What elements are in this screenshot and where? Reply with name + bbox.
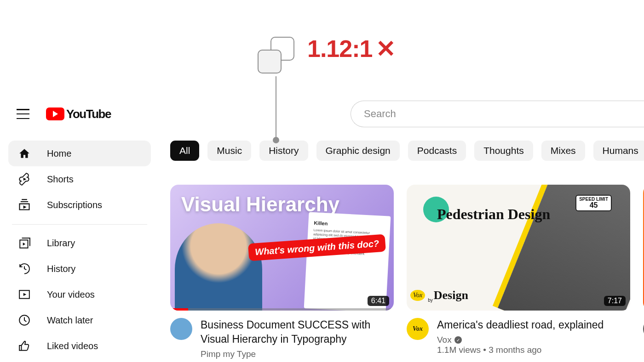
video-thumbnail[interactable]: Visual Hierarchy Killen Lorem ipsum dolo… <box>170 185 394 311</box>
sidebar: Home Shorts Subscriptions Library Histor… <box>8 141 151 359</box>
channel-avatar[interactable] <box>170 318 192 340</box>
chip-graphic-design[interactable]: Graphic design <box>316 141 400 161</box>
channel-name[interactable]: Vox ✓ <box>437 335 604 345</box>
chip-podcasts[interactable]: Podcasts <box>408 141 466 161</box>
watch-later-icon <box>17 314 31 326</box>
youtube-logo[interactable]: YouTube <box>46 107 111 121</box>
sidebar-item-subscriptions[interactable]: Subscriptions <box>8 192 151 218</box>
thumbnail-text: Pedestrian Design <box>437 207 550 222</box>
sidebar-divider <box>12 224 147 225</box>
sidebar-item-liked-videos[interactable]: Liked videos <box>8 333 151 359</box>
annotation-pointer-line <box>276 76 276 139</box>
video-grid: Visual Hierarchy Killen Lorem ipsum dolo… <box>170 185 644 359</box>
video-card[interactable]: Pedestrian Design SPEED LIMIT 45 Vox by … <box>407 185 630 359</box>
chip-mixes[interactable]: Mixes <box>541 141 585 161</box>
video-title[interactable]: America's deadliest road, explained <box>437 318 604 332</box>
annotation-pointer-dot <box>273 137 279 143</box>
sidebar-item-label: Subscriptions <box>47 200 102 210</box>
video-duration: 6:41 <box>368 296 389 306</box>
video-stats: 1.1M views • 3 months ago <box>437 345 604 355</box>
sidebar-item-shorts[interactable]: Shorts <box>8 166 151 192</box>
sidebar-item-watch-later[interactable]: Watch later <box>8 307 151 333</box>
video-meta: Vox America's deadliest road, explained … <box>407 318 630 355</box>
header: YouTube Search <box>0 101 644 127</box>
youtube-play-icon <box>46 107 64 120</box>
contrast-ratio-text: 1.12:1✕ <box>307 37 396 61</box>
history-icon <box>17 263 31 275</box>
menu-icon[interactable] <box>17 109 29 119</box>
library-icon <box>17 237 31 249</box>
shorts-icon <box>17 172 31 186</box>
sidebar-item-label: Library <box>47 238 75 249</box>
main-content: All Music History Graphic design Podcast… <box>170 141 644 359</box>
sidebar-item-label: History <box>47 264 75 274</box>
chip-history[interactable]: History <box>259 141 308 161</box>
your-videos-icon <box>17 288 31 300</box>
contrast-annotation: 1.12:1✕ <box>258 37 396 76</box>
video-duration: 7:17 <box>604 296 626 306</box>
sidebar-item-label: Liked videos <box>47 341 98 351</box>
sidebar-item-label: Home <box>47 148 71 159</box>
subscriptions-icon <box>17 198 31 211</box>
sidebar-item-label: Your videos <box>47 289 95 300</box>
progress-track <box>170 308 394 311</box>
chip-music[interactable]: Music <box>207 141 251 161</box>
sidebar-item-label: Shorts <box>47 174 74 185</box>
sidebar-item-your-videos[interactable]: Your videos <box>8 282 151 307</box>
sidebar-item-label: Watch later <box>47 315 93 326</box>
thumbnail-person <box>175 223 262 311</box>
chip-humans[interactable]: Humans <box>593 141 644 161</box>
channel-avatar[interactable]: Vox <box>407 318 429 340</box>
search-placeholder: Search <box>364 108 396 120</box>
search-input[interactable]: Search <box>351 101 644 127</box>
thumbs-up-icon <box>17 340 31 352</box>
fail-icon: ✕ <box>376 35 396 62</box>
channel-name[interactable]: Pimp my Type <box>201 349 394 359</box>
video-thumbnail[interactable]: Pedestrian Design SPEED LIMIT 45 Vox by … <box>407 185 630 311</box>
sidebar-item-history[interactable]: History <box>8 256 151 282</box>
filter-chips: All Music History Graphic design Podcast… <box>170 141 644 161</box>
sidebar-item-home[interactable]: Home <box>8 141 151 166</box>
home-icon <box>17 147 31 159</box>
youtube-wordmark: YouTube <box>66 107 111 121</box>
thumbnail-brand: Vox by Design <box>410 288 468 302</box>
progress-bar <box>170 308 188 311</box>
chip-thoughts[interactable]: Thoughts <box>474 141 533 161</box>
video-title[interactable]: Business Document SUCCESS with Visual Hi… <box>201 318 394 346</box>
video-meta: Business Document SUCCESS with Visual Hi… <box>170 318 394 359</box>
verified-icon: ✓ <box>454 336 462 344</box>
chip-all[interactable]: All <box>170 141 199 161</box>
color-swatches-icon <box>258 37 297 76</box>
sidebar-item-library[interactable]: Library <box>8 230 151 256</box>
speed-limit-sign: SPEED LIMIT 45 <box>575 195 612 211</box>
video-card[interactable]: Visual Hierarchy Killen Lorem ipsum dolo… <box>170 185 394 359</box>
